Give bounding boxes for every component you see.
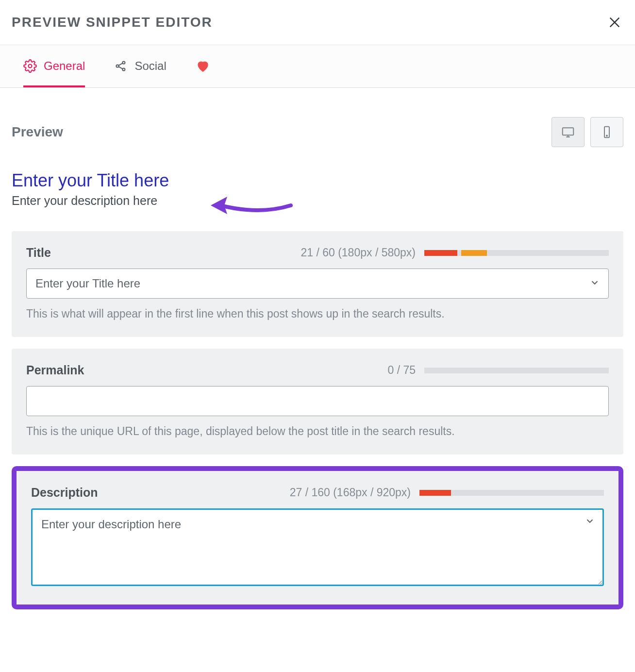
svg-point-12 bbox=[606, 135, 607, 136]
permalink-counter: 0 / 75 bbox=[387, 364, 416, 377]
title-meter bbox=[424, 250, 609, 256]
title-field-wrap bbox=[26, 269, 609, 299]
close-icon bbox=[608, 16, 621, 29]
svg-line-6 bbox=[119, 63, 123, 66]
share-icon bbox=[114, 59, 128, 73]
tab-general-label: General bbox=[44, 59, 85, 73]
svg-rect-8 bbox=[563, 128, 574, 135]
device-toggle bbox=[551, 117, 623, 147]
title-counter: 21 / 60 (180px / 580px) bbox=[301, 246, 416, 259]
svg-line-7 bbox=[119, 67, 123, 69]
title-input[interactable] bbox=[26, 269, 609, 299]
device-mobile-button[interactable] bbox=[590, 117, 623, 147]
annotation-arrow-icon bbox=[211, 191, 293, 220]
permalink-helper: This is the unique URL of this page, dis… bbox=[26, 425, 609, 438]
editor-title: PREVIEW SNIPPET EDITOR bbox=[12, 15, 213, 30]
heart-icon bbox=[196, 59, 209, 72]
title-label: Title bbox=[26, 246, 51, 260]
device-desktop-button[interactable] bbox=[551, 117, 585, 147]
permalink-input[interactable] bbox=[26, 386, 609, 416]
tab-heart[interactable] bbox=[196, 45, 209, 88]
svg-point-3 bbox=[117, 65, 119, 67]
preview-label: Preview bbox=[12, 124, 63, 140]
description-panel: Description 27 / 160 (168px / 920px) bbox=[17, 471, 618, 605]
description-label: Description bbox=[31, 486, 98, 500]
desktop-icon bbox=[560, 125, 576, 139]
svg-point-4 bbox=[123, 61, 125, 64]
title-helper: This is what will appear in the first li… bbox=[26, 307, 609, 320]
tab-social[interactable]: Social bbox=[114, 46, 166, 87]
close-button[interactable] bbox=[606, 14, 623, 31]
description-highlight: Description 27 / 160 (168px / 920px) bbox=[12, 466, 623, 609]
tab-bar: General Social bbox=[0, 45, 635, 88]
description-counter: 27 / 160 (168px / 920px) bbox=[290, 486, 411, 499]
svg-point-2 bbox=[29, 65, 32, 68]
mobile-icon bbox=[599, 125, 615, 139]
snippet-preview: Enter your Title here Enter your descrip… bbox=[12, 170, 623, 208]
description-meter bbox=[419, 490, 604, 496]
description-field-wrap bbox=[31, 508, 604, 588]
gear-icon bbox=[23, 59, 37, 73]
title-panel: Title 21 / 60 (180px / 580px) This is wh… bbox=[12, 231, 623, 337]
svg-point-5 bbox=[123, 68, 125, 70]
tab-social-label: Social bbox=[134, 59, 166, 73]
tab-general[interactable]: General bbox=[23, 46, 85, 87]
permalink-meter bbox=[424, 368, 609, 373]
snippet-preview-description: Enter your description here bbox=[12, 194, 623, 208]
preview-header-row: Preview bbox=[12, 117, 623, 147]
permalink-panel: Permalink 0 / 75 This is the unique URL … bbox=[12, 349, 623, 454]
permalink-field-wrap bbox=[26, 386, 609, 416]
editor-header: PREVIEW SNIPPET EDITOR bbox=[0, 0, 635, 45]
permalink-label: Permalink bbox=[26, 363, 84, 377]
snippet-preview-title: Enter your Title here bbox=[12, 170, 623, 191]
description-input[interactable] bbox=[31, 508, 604, 586]
editor-content: Preview Enter your Title here Enter your… bbox=[0, 88, 635, 621]
